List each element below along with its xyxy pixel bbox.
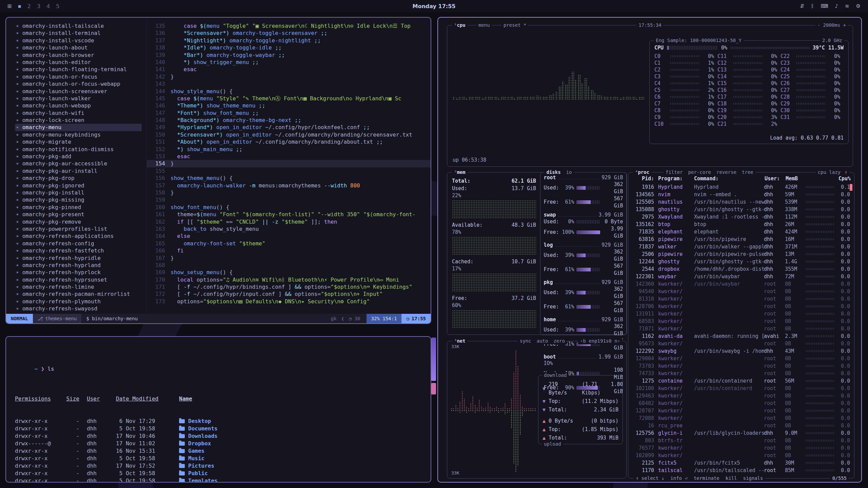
file-item[interactable]: ✱omarchy-launch-webapp — [15, 102, 142, 109]
process-row[interactable]: 131911kworker/root0B0.0 — [630, 310, 852, 318]
menu-button[interactable]: menu — [476, 22, 492, 28]
file-item[interactable]: ✱omarchy-pkg-drop — [15, 175, 142, 182]
footer-action[interactable]: kill — [726, 475, 737, 482]
network-icon[interactable]: ≋ — [845, 3, 849, 9]
workspace-icon[interactable]: ▪ — [18, 3, 21, 9]
workspace-3[interactable]: 3 — [37, 3, 40, 9]
process-row[interactable]: 68583kworker/root0B0.0 — [630, 318, 852, 325]
file-item[interactable]: ✱omarchy-install-tailscale — [15, 22, 142, 29]
process-row[interactable]: 71071kworker/root0B0.0 — [630, 325, 852, 332]
file-item[interactable]: ✱omarchy-pkg-present — [15, 211, 142, 218]
file-item[interactable]: ✱omarchy-pkg-missing — [15, 196, 142, 203]
footer-action[interactable]: terminate — [694, 475, 719, 482]
file-item[interactable]: ✱omarchy-pkg-pinned — [15, 204, 142, 211]
tab-cpu[interactable]: ¹cpu — [452, 22, 468, 28]
file-item[interactable]: ✱omarchy-menu-keybindings — [15, 131, 142, 138]
file-item[interactable]: ✱omarchy-refresh-hyprsunset — [15, 276, 142, 283]
process-row[interactable]: 803btrfs-trroot0B0.0 — [630, 437, 852, 444]
process-row[interactable]: 1162avahi-daavahi-daemon: running [avahi… — [630, 332, 852, 340]
file-item[interactable]: ✱omarchy-refresh-applications — [15, 232, 142, 240]
process-row[interactable]: 128706kworker/root0B0.0 — [630, 303, 852, 310]
file-item[interactable]: ✱omarchy-refresh-hyprland — [15, 262, 142, 269]
file-item[interactable]: ✱omarchy-menu — [15, 124, 142, 131]
file-item[interactable]: ✱omarchy-pkg-remove — [15, 218, 142, 225]
footer-action[interactable]: ↑ select ↓ — [636, 475, 664, 482]
process-row[interactable]: 81310kworker/root0B0.0 — [630, 295, 852, 303]
file-item[interactable]: ✱omarchy-notification-dismiss — [15, 146, 142, 153]
file-item[interactable]: ✱omarchy-launch-screensaver — [15, 88, 142, 95]
file-item[interactable]: ✱omarchy-launch-editor — [15, 59, 142, 66]
process-row[interactable]: 1275containe/usr/bin/containerdroot56M0.… — [630, 377, 852, 385]
process-row[interactable]: 2506pipewire/usr/bin/pipewire-pulsedhh13… — [630, 250, 852, 258]
file-item[interactable]: ✱omarchy-refresh-pacman-mirrorlist — [15, 290, 142, 298]
process-row[interactable]: 125505nautilus/usr/bin/nautilus --newdhh… — [630, 198, 852, 206]
file-item[interactable]: ✱omarchy-refresh-limine — [15, 283, 142, 290]
workspace-icon[interactable]: ⊞ — [7, 3, 12, 9]
process-row[interactable]: 73703kworker/root0B0.0 — [630, 362, 852, 370]
process-row[interactable]: 102099kworker/root0B0.0 — [630, 452, 852, 459]
file-item[interactable]: ✱omarchy-launch-or-focus — [15, 73, 142, 80]
file-item[interactable]: ✱omarchy-migrate — [15, 138, 142, 145]
file-item[interactable]: ✱omarchy-refresh-swayosd — [15, 305, 142, 312]
process-row[interactable]: 2125fcitx5/usr/bin/fcitx5dhh30M0.0 — [630, 459, 852, 467]
process-row[interactable]: 95673kworker/root0B0.0 — [630, 340, 852, 347]
workspace-5[interactable]: 5 — [56, 3, 59, 9]
footer-action[interactable]: info ⏎ — [670, 475, 688, 482]
process-row[interactable]: 68402kworker/root0B0.0 — [630, 400, 852, 407]
process-row[interactable]: 142360kworker//usr/bin/waybarroot0B0.0 — [630, 280, 852, 288]
file-item[interactable]: ✱omarchy-refresh-fastfetch — [15, 247, 142, 254]
file-item[interactable]: ✱omarchy-refresh-plymouth — [15, 298, 142, 305]
file-item[interactable]: ✱omarchy-launch-wifi — [15, 109, 142, 117]
process-row[interactable]: 74733kworker/root0B0.0 — [630, 370, 852, 377]
net-interface[interactable]: ‹b enp191s0 n› — [578, 338, 622, 344]
proc-tabs[interactable]: filterper-corereversetree — [664, 169, 755, 176]
updates-icon[interactable]: ⇵ — [800, 3, 804, 9]
file-item[interactable]: ✱omarchy-launch-about — [15, 44, 142, 51]
tab-proc[interactable]: ⁴proc — [633, 169, 651, 176]
process-row[interactable]: 122301waybar/usr/bin/waybardhh72M0.0 — [630, 273, 852, 280]
file-item[interactable]: ✱omarchy-lock-screen — [15, 117, 142, 124]
file-item[interactable]: ✱omarchy-pkg-install — [15, 189, 142, 196]
process-row[interactable]: 134565nvimnvim --embed .dhh59M0.0 — [630, 191, 852, 198]
process-row[interactable]: 72088kworker/root0B0.0 — [630, 414, 852, 422]
net-tabs[interactable]: syncautozero — [518, 338, 567, 344]
file-item[interactable]: ✱omarchy-install-vscode — [15, 37, 142, 44]
process-row[interactable]: 129004kworker/root0B0.0 — [630, 355, 852, 362]
file-item[interactable]: ✱omarchy-refresh-hypridle — [15, 255, 142, 262]
sort-mode[interactable]: cpu lazy — [816, 169, 843, 176]
settings-icon[interactable]: ⚙ — [856, 3, 861, 9]
process-row[interactable]: 129463kworker/root0B0.0 — [630, 392, 852, 400]
preset-button[interactable]: preset * — [501, 22, 528, 28]
process-row[interactable]: 76577kworker/root0B0.0 — [630, 444, 852, 452]
file-item[interactable]: ✱omarchy-pkg-ignored — [15, 182, 142, 189]
process-row[interactable]: 128707kworker/root0B0.0 — [630, 407, 852, 414]
tab-net[interactable]: ³net — [452, 338, 468, 344]
process-row[interactable]: 2544dropbox/home/dhh/.dropbox-distdhh355… — [630, 265, 852, 273]
file-item[interactable]: ✱omarchy-launch-walker — [15, 95, 142, 102]
terminal-window[interactable]: ~ ❯ ls PermissionsSizeUserDate ModifiedN… — [5, 336, 431, 483]
file-item[interactable]: ✱omarchy-refresh-config — [15, 240, 142, 247]
code-pane[interactable]: 135 case $(menu "Toggle" "▣ Screensaver\… — [146, 18, 431, 314]
footer-action[interactable]: signals — [743, 475, 763, 482]
process-row[interactable]: 94540kworker/root0B0.0 — [630, 288, 852, 295]
file-item[interactable]: ✱omarchy-pkg-add — [15, 153, 142, 160]
process-row[interactable]: 125756glycin-i/usr/lib/glycin-loadersdhh… — [630, 429, 852, 437]
refresh-interval[interactable]: - 2000ms + — [815, 22, 848, 28]
file-item[interactable]: ✱omarchy-launch-browser — [15, 52, 142, 59]
process-row[interactable]: 102100kworker//usr/bin/containerdroot0B0… — [630, 385, 852, 392]
process-row[interactable]: 16rcu_preeroot0B0.0 — [630, 422, 852, 429]
file-item[interactable]: ✱omarchy-pkg-aur-accessible — [15, 160, 142, 167]
file-item[interactable]: ✱omarchy-install-terminal — [15, 29, 142, 37]
keyboard-layout-icon[interactable]: ⌨ — [821, 3, 828, 9]
file-item[interactable]: ✱omarchy-powerprofiles-list — [15, 225, 142, 232]
workspace-2[interactable]: 2 — [27, 3, 31, 9]
process-row[interactable]: 135088ghostty/usr/bin/ghostty --gtk-dhh3… — [630, 206, 852, 213]
process-row[interactable]: 1916HyprlandHyprlanddhh426M0.1 — [630, 183, 852, 191]
tab-mem[interactable]: ²mem — [452, 169, 468, 176]
process-row[interactable]: 135162btopbtopdhh26M0.0 — [630, 221, 852, 228]
process-row[interactable]: 2975XwaylandXwayland :1 -rootless -dhh11… — [630, 213, 852, 221]
scroll-up-icon[interactable]: ↑ — [843, 169, 849, 176]
file-item[interactable]: ✱omarchy-launch-floating-terminal — [15, 66, 142, 73]
disks-tabs[interactable]: disksio — [545, 169, 574, 176]
file-item[interactable]: ✱omarchy-refresh-hyprlock — [15, 269, 142, 276]
